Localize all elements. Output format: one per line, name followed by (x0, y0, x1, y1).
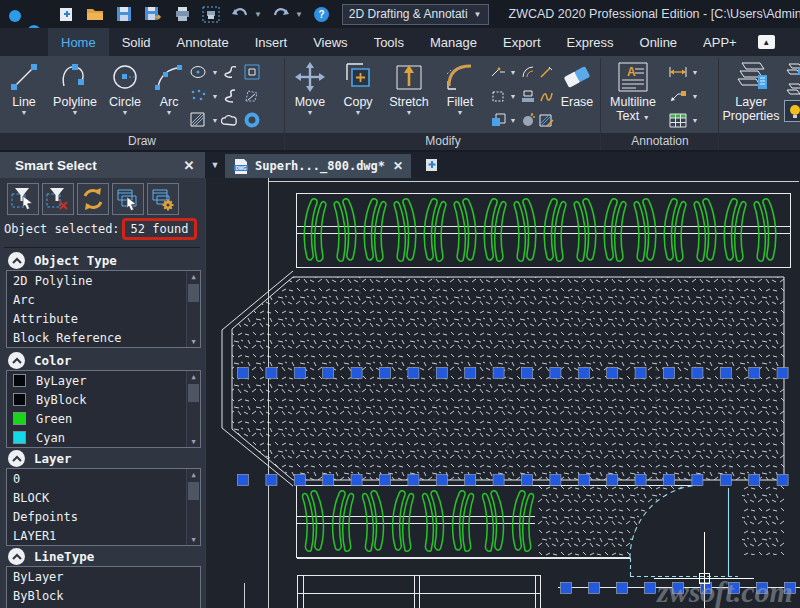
print-preview-button[interactable] (201, 4, 221, 24)
offset-button[interactable] (518, 62, 538, 82)
multiline-dropdown[interactable]: ▼ (643, 114, 650, 121)
circle-button[interactable]: Circle ▼ (102, 56, 148, 117)
dimension-button[interactable] (668, 62, 688, 82)
list-item[interactable]: Cyan (7, 428, 200, 447)
point-button[interactable] (188, 86, 208, 106)
scroll-up-icon[interactable]: ▲ (187, 271, 200, 282)
refresh-button[interactable] (77, 183, 109, 215)
select-filter-button[interactable] (7, 183, 39, 215)
move-button[interactable]: Move ▼ (286, 56, 334, 117)
layer-properties-button[interactable]: Layer Properties (720, 56, 782, 123)
donut-button[interactable] (242, 110, 262, 130)
tab-annotate[interactable]: Annotate (164, 28, 242, 56)
edit-length-button[interactable] (536, 62, 556, 82)
dimension-dropdown[interactable]: ▼ (690, 69, 700, 76)
break-dropdown[interactable]: ▼ (508, 69, 518, 76)
redo-button[interactable] (271, 4, 291, 24)
scrollbar-thumb[interactable] (188, 384, 199, 402)
leader-dropdown[interactable]: ▼ (690, 93, 700, 100)
collapse-ribbon-button[interactable]: ▲ (758, 35, 775, 49)
scrollbar[interactable]: ▲▼ (186, 469, 200, 545)
close-document-icon[interactable]: ✕ (393, 159, 403, 173)
print-button[interactable] (172, 4, 192, 24)
line-button[interactable]: Line ▼ (0, 56, 48, 117)
mirror-button[interactable] (536, 86, 556, 106)
chevron-up-icon[interactable] (8, 352, 25, 369)
layer-state-button[interactable] (784, 60, 800, 80)
scrollbar[interactable]: ▲▼ (186, 271, 200, 347)
layer-state2-button[interactable] (784, 80, 800, 100)
tab-online[interactable]: Online (627, 28, 691, 56)
list-item[interactable]: ByBlock (7, 390, 200, 409)
scroll-down-icon[interactable]: ▼ (187, 534, 200, 545)
tab-insert[interactable]: Insert (242, 28, 301, 56)
list-item[interactable]: LAYER1 (7, 526, 200, 545)
section-object-type[interactable]: Object Type (8, 252, 117, 269)
scroll-down-icon[interactable]: ▼ (187, 436, 200, 447)
polyline-dropdown[interactable]: ▼ (72, 109, 79, 117)
copy-dropdown[interactable]: ▼ (355, 109, 362, 117)
tab-express[interactable]: Express (554, 28, 627, 56)
leader-button[interactable] (668, 86, 688, 106)
tab-export[interactable]: Export (490, 28, 554, 56)
scrollbar-thumb[interactable] (188, 284, 199, 302)
save-as-button[interactable] (143, 4, 163, 24)
scroll-up-icon[interactable]: ▲ (187, 371, 200, 382)
list-item[interactable]: ByLayer (7, 567, 200, 586)
scale-button[interactable] (488, 110, 508, 130)
tab-home[interactable]: Home (48, 28, 109, 56)
tab-solid[interactable]: Solid (109, 28, 164, 56)
chevron-up-icon[interactable] (8, 450, 25, 467)
document-list-dropdown[interactable]: ▼ (205, 160, 225, 170)
arc-button[interactable]: Arc ▼ (148, 56, 190, 117)
clear-filter-button[interactable] (42, 183, 74, 215)
tab-tools[interactable]: Tools (361, 28, 417, 56)
region-button[interactable] (242, 62, 262, 82)
stretch-button[interactable]: Stretch ▼ (382, 56, 436, 117)
polyline-button[interactable]: Polyline ▼ (48, 56, 102, 117)
list-item[interactable]: Attribute (7, 309, 200, 328)
list-item[interactable]: BLOCK (7, 488, 200, 507)
open-file-button[interactable] (85, 4, 105, 24)
copy-button[interactable]: Copy ▼ (334, 56, 382, 117)
redo-dropdown[interactable]: ▼ (295, 10, 303, 19)
list-item[interactable]: ByLayer (7, 371, 200, 390)
list-item[interactable]: Defpoints (7, 507, 200, 526)
scale-rect-button[interactable] (488, 86, 508, 106)
tab-app-plus[interactable]: APP+ (690, 28, 750, 56)
table-dropdown[interactable]: ▼ (690, 117, 700, 124)
stretch-dropdown[interactable]: ▼ (406, 109, 413, 117)
align-button[interactable] (518, 86, 538, 106)
undo-button[interactable] (230, 4, 250, 24)
scroll-up-icon[interactable]: ▲ (187, 469, 200, 480)
circle-dropdown[interactable]: ▼ (122, 109, 129, 117)
help-button[interactable]: ? (312, 4, 332, 24)
section-layer[interactable]: Layer (8, 450, 72, 467)
list-item[interactable]: Arc (7, 290, 200, 309)
scale-dropdown[interactable]: ▼ (508, 117, 518, 124)
tab-manage[interactable]: Manage (417, 28, 490, 56)
scrollbar-thumb[interactable] (188, 482, 199, 500)
wipeout-button[interactable] (242, 86, 262, 106)
hatch-button[interactable] (188, 110, 208, 130)
spline-button[interactable] (220, 62, 240, 82)
point-dropdown[interactable]: ▼ (210, 93, 220, 100)
erase-button[interactable]: Erase (554, 56, 600, 109)
select-settings-button[interactable] (147, 183, 179, 215)
layer-on-off-button[interactable] (784, 100, 800, 122)
arc-dropdown[interactable]: ▼ (166, 109, 173, 117)
tab-views[interactable]: Views (300, 28, 360, 56)
close-icon[interactable]: ✕ (180, 156, 198, 174)
drawing-canvas[interactable]: zwsoft.com (205, 178, 800, 608)
list-item[interactable]: Block Reference (7, 328, 200, 347)
new-document-button[interactable] (421, 156, 443, 174)
scroll-down-icon[interactable]: ▼ (187, 336, 200, 347)
fillet-dropdown[interactable]: ▼ (457, 109, 464, 117)
scale-rect-dropdown[interactable]: ▼ (508, 93, 518, 100)
smart-select-header[interactable]: Smart Select ✕ (0, 152, 205, 178)
ellipse-button[interactable] (188, 62, 208, 82)
move-dropdown[interactable]: ▼ (307, 109, 314, 117)
workspace-switcher[interactable]: 2D Drafting & Annotati ▼ (342, 4, 489, 25)
hatch-dropdown[interactable]: ▼ (210, 117, 220, 124)
edit-hatch-button[interactable] (536, 110, 556, 130)
